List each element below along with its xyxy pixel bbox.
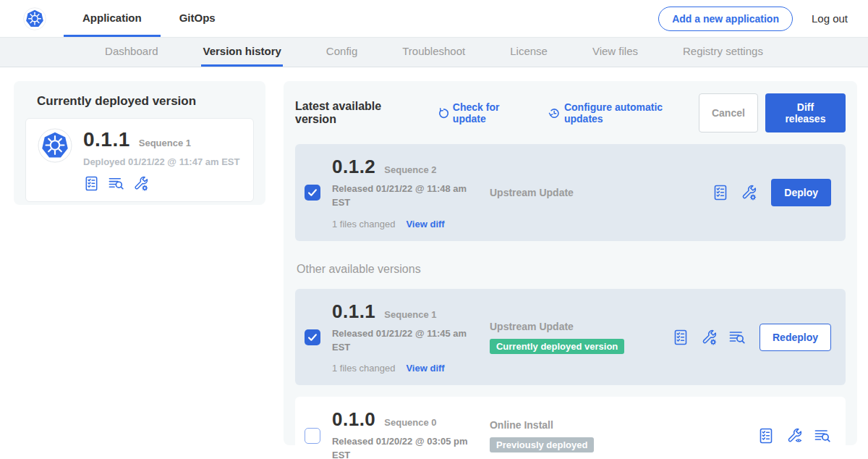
version-history-header: Latest available version Check for updat…: [295, 93, 846, 132]
app-icon: [38, 128, 72, 163]
checkmark-icon: [306, 186, 319, 199]
sequence-label: Sequence 2: [384, 164, 436, 175]
sequence-label: Sequence 0: [384, 417, 436, 428]
deploy-logs-icon[interactable]: [814, 427, 831, 445]
tab-application[interactable]: Application: [64, 0, 161, 37]
version-source-label: Upstream Update: [490, 187, 672, 198]
preflight-checks-icon[interactable]: [712, 184, 729, 201]
deployed-timestamp: Deployed 01/21/22 @ 11:47 am EST: [83, 156, 239, 167]
released-timestamp: Released 01/20/22 @ 03:05 pm EST: [332, 435, 477, 459]
deployed-version-number: 0.1.1: [83, 128, 130, 151]
version-history-panel: Latest available version Check for updat…: [284, 81, 857, 445]
subnav-item-registry-settings[interactable]: Registry settings: [681, 38, 765, 67]
diff-releases-button[interactable]: Diff releases: [765, 93, 846, 132]
files-changed-label: 1 files changed: [332, 219, 395, 230]
check-for-update-link[interactable]: Check for update: [437, 101, 532, 125]
deployed-version-card: 0.1.1 Sequence 1 Deployed 01/21/22 @ 11:…: [25, 118, 254, 202]
version-row-0-1-1: 0.1.1 Sequence 1 Released 01/21/22 @ 11:…: [295, 289, 846, 386]
view-diff-link[interactable]: View diff: [406, 363, 444, 374]
preflight-checks-icon[interactable]: [672, 329, 689, 346]
clock-refresh-icon: [548, 107, 560, 119]
checkmark-icon: [306, 331, 319, 344]
other-versions-heading: Other available versions: [297, 263, 846, 276]
edit-config-icon[interactable]: [740, 184, 757, 201]
subnav-item-license[interactable]: License: [509, 38, 549, 67]
currently-deployed-card: Currently deployed version 0.1.1 Sequenc…: [14, 81, 265, 205]
files-changed-label: 1 files changed: [332, 363, 395, 374]
currently-deployed-title: Currently deployed version: [37, 94, 254, 109]
edit-config-icon[interactable]: [700, 329, 718, 346]
edit-config-icon[interactable]: [132, 175, 149, 192]
deploy-logs-icon[interactable]: [108, 175, 124, 192]
refresh-icon: [437, 107, 448, 119]
view-diff-link[interactable]: View diff: [406, 219, 444, 230]
top-nav: Application GitOps Add a new application…: [0, 0, 868, 37]
latest-available-title: Latest available version: [295, 100, 421, 126]
previously-deployed-badge: Previously deployed: [490, 437, 594, 452]
cancel-button[interactable]: Cancel: [699, 93, 758, 132]
view-config-icon[interactable]: [786, 427, 803, 445]
kubernetes-logo-icon: [23, 7, 46, 30]
check-for-update-label: Check for update: [453, 101, 532, 125]
subnav-item-version-history[interactable]: Version history: [201, 38, 282, 67]
add-new-application-button[interactable]: Add a new application: [658, 7, 793, 31]
redeploy-button[interactable]: Redeploy: [760, 324, 831, 351]
preflight-checks-icon[interactable]: [83, 175, 100, 192]
app-tabs: Application GitOps: [64, 0, 234, 37]
version-checkbox[interactable]: [305, 428, 320, 444]
released-timestamp: Released 01/21/22 @ 11:45 am EST: [332, 327, 477, 355]
version-number: 0.1.0: [332, 408, 375, 431]
configure-automatic-updates-label: Configure automatic updates: [564, 101, 699, 125]
subnav-item-troubleshoot[interactable]: Troubleshoot: [401, 38, 467, 67]
deployed-sequence-label: Sequence 1: [139, 138, 191, 148]
main-content: Currently deployed version 0.1.1 Sequenc…: [0, 67, 868, 459]
released-timestamp: Released 01/21/22 @ 11:48 am EST: [332, 182, 477, 210]
subnav-item-dashboard[interactable]: Dashboard: [103, 38, 159, 67]
subnav-item-config[interactable]: Config: [325, 38, 359, 67]
version-number: 0.1.2: [332, 156, 375, 178]
app-subnav: Dashboard Version history Config Trouble…: [0, 37, 868, 67]
subnav-item-view-files[interactable]: View files: [591, 38, 639, 67]
deploy-logs-icon[interactable]: [728, 329, 746, 346]
configure-automatic-updates-link[interactable]: Configure automatic updates: [548, 101, 699, 125]
version-source-label: Upstream Update: [490, 321, 672, 332]
version-checkbox[interactable]: [305, 329, 320, 345]
version-number: 0.1.1: [332, 300, 375, 323]
sequence-label: Sequence 1: [384, 309, 436, 320]
deploy-button[interactable]: Deploy: [771, 179, 831, 206]
version-source-label: Online Install: [490, 419, 672, 431]
version-row-0-1-2: 0.1.2 Sequence 2 Released 01/21/22 @ 11:…: [295, 144, 846, 241]
version-checkbox[interactable]: [305, 185, 320, 201]
preflight-checks-icon[interactable]: [757, 427, 775, 445]
tab-gitops[interactable]: GitOps: [161, 0, 234, 37]
currently-deployed-badge: Currently deployed version: [490, 339, 624, 354]
version-row-0-1-0: 0.1.0 Sequence 0 Released 01/20/22 @ 03:…: [295, 397, 846, 459]
logout-button[interactable]: Log out: [812, 12, 848, 25]
